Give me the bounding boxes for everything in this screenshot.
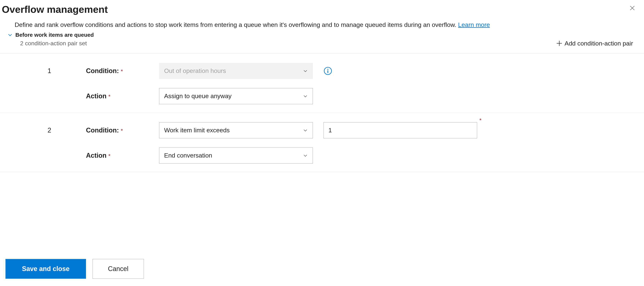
action-line: Action*Assign to queue anyway: [0, 88, 644, 104]
pair-count-text: 2 condition-action pair set: [20, 40, 87, 47]
limit-input-wrap: *: [324, 122, 477, 138]
action-select[interactable]: End conversation: [159, 147, 313, 164]
action-label-text: Action: [86, 152, 106, 159]
pair-index: 2: [48, 126, 86, 134]
description-text: Define and rank overflow conditions and …: [15, 21, 458, 28]
plus-icon: [556, 40, 563, 47]
chevron-down-icon: [7, 32, 13, 38]
action-select-value: Assign to queue anyway: [164, 92, 232, 100]
condition-select-value: Work item limit exceeds: [164, 127, 230, 134]
chevron-down-icon: [303, 128, 308, 133]
overflow-management-panel: Overflow management Define and rank over…: [0, 0, 644, 286]
add-pair-label: Add condition-action pair: [564, 40, 633, 47]
required-indicator: *: [121, 128, 123, 134]
close-icon: [629, 5, 636, 11]
pair-index: 1: [48, 67, 86, 75]
required-indicator: *: [479, 117, 482, 123]
condition-action-pair: 1Condition:*Out of operation hoursAction…: [0, 53, 644, 113]
condition-select[interactable]: Work item limit exceeds: [159, 122, 313, 138]
required-indicator: *: [108, 153, 110, 159]
close-button[interactable]: [628, 4, 637, 12]
chevron-down-icon: [303, 94, 308, 99]
action-label: Action*: [86, 92, 159, 100]
action-label-text: Action: [86, 92, 106, 100]
chevron-down-icon: [303, 68, 308, 73]
condition-action-pair: 2Condition:*Work item limit exceeds*Acti…: [0, 113, 644, 172]
action-select-value: End conversation: [164, 152, 212, 159]
action-label: Action*: [86, 152, 159, 159]
panel-header: Overflow management: [0, 4, 644, 15]
section-title: Before work items are queued: [15, 32, 94, 38]
condition-label-text: Condition:: [86, 67, 119, 75]
page-title: Overflow management: [2, 4, 108, 15]
condition-select: Out of operation hours: [159, 63, 313, 79]
action-line: Action*End conversation: [0, 147, 644, 164]
section-subrow: 2 condition-action pair set Add conditio…: [0, 38, 644, 53]
save-and-close-button[interactable]: Save and close: [6, 259, 86, 279]
required-indicator: *: [121, 68, 123, 74]
condition-line: 2Condition:*Work item limit exceeds*: [0, 122, 644, 139]
condition-label: Condition:*: [86, 67, 159, 75]
page-description: Define and rank overflow conditions and …: [15, 20, 629, 29]
section-toggle[interactable]: Before work items are queued: [0, 31, 644, 38]
chevron-down-icon: [303, 153, 308, 158]
action-select[interactable]: Assign to queue anyway: [159, 88, 313, 104]
pairs-list: 1Condition:*Out of operation hoursAction…: [0, 53, 644, 172]
footer-actions: Save and close Cancel: [6, 259, 144, 279]
add-condition-action-pair-button[interactable]: Add condition-action pair: [556, 40, 633, 47]
condition-select-value: Out of operation hours: [164, 67, 226, 74]
condition-label: Condition:*: [86, 126, 159, 134]
work-item-limit-input[interactable]: [324, 122, 477, 138]
svg-point-1: [327, 69, 328, 70]
condition-label-text: Condition:: [86, 126, 119, 134]
svg-rect-2: [328, 70, 328, 73]
cancel-button[interactable]: Cancel: [92, 259, 144, 279]
learn-more-link[interactable]: Learn more: [458, 21, 490, 28]
info-icon[interactable]: [324, 66, 332, 75]
required-indicator: *: [108, 93, 110, 100]
condition-line: 1Condition:*Out of operation hours: [0, 62, 644, 79]
